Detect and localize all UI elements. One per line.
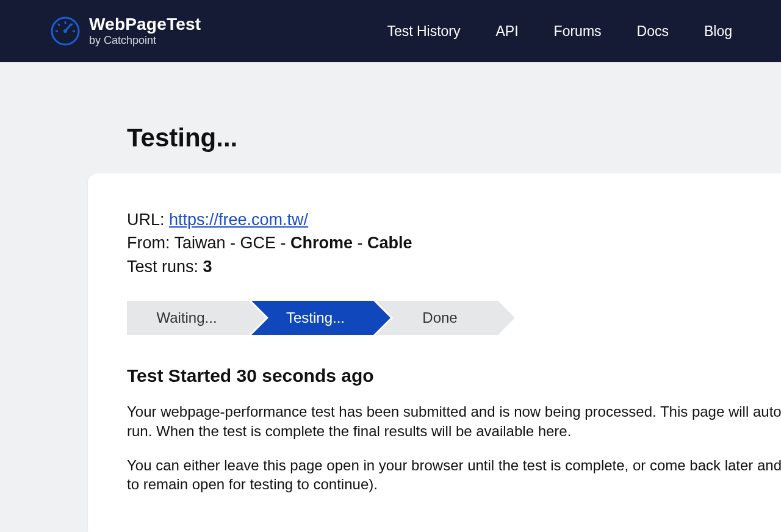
status-paragraph-2: You can either leave this page open in y…: [127, 456, 781, 494]
nav-api[interactable]: API: [496, 23, 519, 40]
svg-line-4: [58, 24, 60, 26]
nav-blog[interactable]: Blog: [704, 23, 732, 40]
progress-steps: Waiting... Testing... Done: [127, 301, 781, 335]
brand-subtitle: by Catchpoint: [89, 34, 201, 47]
meta-from: From: Taiwan - GCE - Chrome - Cable: [127, 232, 781, 254]
nav-test-history[interactable]: Test History: [387, 23, 460, 40]
main-content: Testing... URL: https://free.com.tw/ Fro…: [0, 62, 781, 532]
brand-title: WebPageTest: [89, 15, 201, 33]
status-paragraph-1: Your webpage-performance test has been s…: [127, 402, 781, 440]
from-prefix: From:: [127, 234, 175, 252]
brand[interactable]: WebPageTest by Catchpoint: [50, 15, 201, 47]
step-testing: Testing...: [251, 301, 373, 335]
meta-url: URL: https://free.com.tw/: [127, 209, 781, 231]
status-heading: Test Started 30 seconds ago: [127, 365, 781, 386]
from-connection: Cable: [367, 234, 412, 252]
step-waiting: Waiting...: [127, 301, 249, 335]
runs-value: 3: [203, 257, 212, 276]
logo-icon: [50, 16, 81, 46]
runs-label: Test runs:: [127, 257, 203, 276]
nav-forums[interactable]: Forums: [554, 23, 602, 40]
meta-runs: Test runs: 3: [127, 256, 781, 278]
step-done: Done: [376, 301, 498, 335]
url-label: URL:: [127, 210, 169, 229]
test-card: URL: https://free.com.tw/ From: Taiwan -…: [88, 173, 781, 532]
page-title: Testing...: [0, 62, 781, 173]
main-nav: Test History API Forums Docs Blog: [387, 23, 732, 40]
brand-text: WebPageTest by Catchpoint: [89, 15, 201, 47]
from-sep: -: [353, 234, 367, 252]
site-header: WebPageTest by Catchpoint Test History A…: [0, 0, 781, 62]
from-location: Taiwan - GCE -: [175, 234, 291, 252]
nav-docs[interactable]: Docs: [637, 23, 669, 40]
from-browser: Chrome: [290, 234, 353, 252]
test-url-link[interactable]: https://free.com.tw/: [169, 210, 308, 229]
